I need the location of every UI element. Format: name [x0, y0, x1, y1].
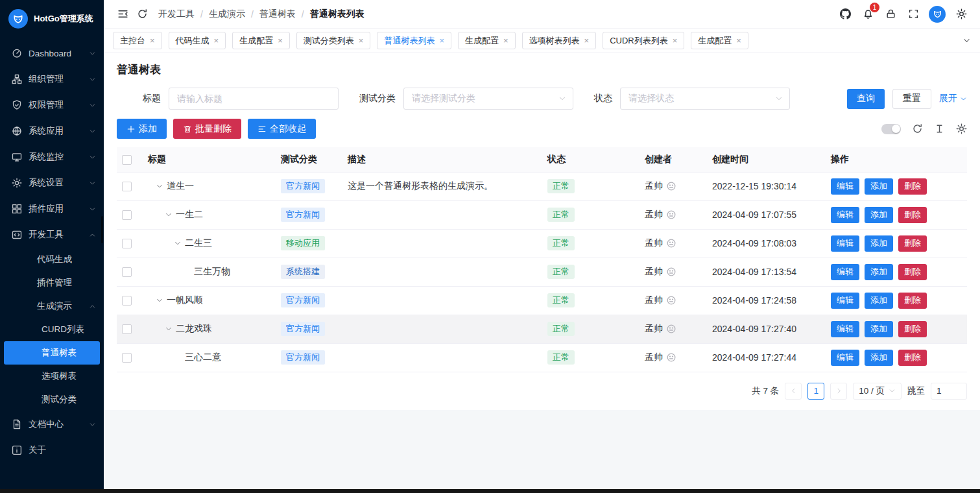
- github-icon[interactable]: [835, 5, 855, 24]
- row-add-button[interactable]: 添加: [865, 207, 893, 223]
- tab-close-icon[interactable]: ×: [359, 36, 364, 45]
- sidebar-item-文档中心[interactable]: 文档中心: [0, 411, 104, 437]
- logo[interactable]: HotGo管理系统: [0, 0, 104, 38]
- refresh-icon[interactable]: [132, 5, 152, 24]
- tab-生成配置[interactable]: 生成配置×: [232, 32, 290, 49]
- row-edit-button[interactable]: 编辑: [831, 235, 859, 252]
- row-checkbox[interactable]: [122, 296, 132, 306]
- search-button[interactable]: 查询: [847, 89, 885, 109]
- user-avatar[interactable]: [929, 6, 946, 23]
- breadcrumb-item[interactable]: 普通树表: [259, 8, 296, 20]
- row-delete-button[interactable]: 删除: [898, 235, 927, 252]
- sidebar-item-选项树表[interactable]: 选项树表: [0, 365, 104, 388]
- sidebar-item-组织管理[interactable]: 组织管理: [0, 66, 104, 92]
- row-delete-button[interactable]: 删除: [898, 350, 927, 366]
- tab-主控台[interactable]: 主控台×: [113, 32, 162, 49]
- page-number-button[interactable]: 1: [807, 383, 824, 400]
- row-edit-button[interactable]: 编辑: [831, 264, 859, 280]
- density-icon[interactable]: [934, 123, 945, 134]
- title-input[interactable]: [169, 88, 339, 110]
- row-checkbox[interactable]: [122, 267, 132, 277]
- sidebar-item-生成演示[interactable]: 生成演示: [0, 295, 104, 318]
- next-page-button[interactable]: [830, 383, 847, 400]
- tab-代码生成[interactable]: 代码生成×: [169, 32, 226, 49]
- row-checkbox[interactable]: [122, 324, 132, 334]
- expand-toggle-icon[interactable]: [165, 324, 176, 335]
- tab-close-icon[interactable]: ×: [278, 36, 283, 45]
- batch-delete-button[interactable]: 批量删除: [173, 119, 241, 139]
- row-edit-button[interactable]: 编辑: [831, 293, 859, 309]
- row-checkbox[interactable]: [122, 210, 132, 220]
- table-settings-gear-icon[interactable]: [956, 123, 967, 134]
- tab-close-icon[interactable]: ×: [214, 36, 219, 45]
- row-add-button[interactable]: 添加: [865, 293, 893, 309]
- table-toggle[interactable]: [881, 124, 901, 134]
- row-edit-button[interactable]: 编辑: [831, 178, 859, 195]
- sidebar-item-系统设置[interactable]: 系统设置: [0, 170, 104, 196]
- row-delete-button[interactable]: 删除: [898, 207, 927, 223]
- tabs-dropdown-chevron-icon[interactable]: [962, 36, 971, 45]
- lock-screen-icon[interactable]: [881, 5, 900, 24]
- collapse-all-button[interactable]: 全部收起: [248, 119, 316, 139]
- sidebar-scrollbar[interactable]: [101, 216, 103, 243]
- row-checkbox[interactable]: [122, 182, 132, 191]
- sidebar-item-插件管理[interactable]: 插件管理: [0, 271, 104, 295]
- row-checkbox[interactable]: [122, 353, 132, 363]
- sidebar-item-代码生成[interactable]: 代码生成: [0, 248, 104, 271]
- expand-toggle-icon[interactable]: [156, 295, 167, 306]
- sidebar-item-测试分类[interactable]: 测试分类: [0, 388, 104, 411]
- sidebar-item-开发工具[interactable]: 开发工具: [0, 222, 104, 248]
- page-size-select[interactable]: 10 / 页: [853, 383, 902, 400]
- expand-toggle-icon[interactable]: [156, 181, 167, 192]
- sidebar-item-权限管理[interactable]: 权限管理: [0, 92, 104, 118]
- breadcrumb-item[interactable]: 开发工具: [158, 8, 195, 20]
- row-delete-button[interactable]: 删除: [898, 178, 927, 195]
- row-delete-button[interactable]: 删除: [898, 321, 927, 337]
- menu-collapse-icon[interactable]: [113, 5, 132, 24]
- select-all-checkbox[interactable]: [122, 155, 132, 165]
- tab-生成配置[interactable]: 生成配置×: [691, 32, 748, 49]
- status-select[interactable]: 请选择状态: [620, 88, 790, 110]
- tab-close-icon[interactable]: ×: [584, 36, 590, 45]
- row-delete-button[interactable]: 删除: [898, 293, 927, 309]
- row-add-button[interactable]: 添加: [865, 321, 893, 337]
- row-add-button[interactable]: 添加: [865, 178, 893, 195]
- tab-close-icon[interactable]: ×: [150, 36, 155, 45]
- tab-close-icon[interactable]: ×: [503, 36, 508, 45]
- tab-close-icon[interactable]: ×: [736, 36, 741, 45]
- prev-page-button[interactable]: [785, 383, 802, 400]
- fullscreen-icon[interactable]: [903, 5, 923, 24]
- row-add-button[interactable]: 添加: [865, 235, 893, 252]
- tab-选项树表列表[interactable]: 选项树表列表×: [522, 32, 597, 49]
- table-refresh-icon[interactable]: [912, 123, 923, 134]
- sidebar-item-插件应用[interactable]: 插件应用: [0, 196, 104, 222]
- tab-close-icon[interactable]: ×: [673, 36, 678, 45]
- breadcrumb-item[interactable]: 生成演示: [209, 8, 245, 20]
- tab-CUDR列表列表[interactable]: CUDR列表列表×: [603, 32, 684, 49]
- expand-toggle-icon[interactable]: [174, 238, 185, 249]
- expand-toggle-icon[interactable]: [165, 210, 176, 221]
- expand-filters-toggle[interactable]: 展开: [939, 93, 967, 104]
- row-add-button[interactable]: 添加: [865, 264, 893, 280]
- sidebar-item-Dashboard[interactable]: Dashboard: [0, 40, 104, 66]
- row-checkbox[interactable]: [122, 239, 132, 248]
- tab-普通树表列表[interactable]: 普通树表列表×: [377, 32, 451, 49]
- row-delete-button[interactable]: 删除: [898, 264, 927, 280]
- reset-button[interactable]: 重置: [892, 89, 931, 109]
- jump-page-input[interactable]: [931, 383, 967, 400]
- row-edit-button[interactable]: 编辑: [831, 207, 859, 223]
- add-button[interactable]: 添加: [117, 119, 167, 139]
- sidebar-item-关于[interactable]: 关于: [0, 437, 104, 463]
- sidebar-item-普通树表[interactable]: 普通树表: [4, 341, 100, 365]
- sidebar-item-CURD列表[interactable]: CURD列表: [0, 318, 104, 341]
- tab-close-icon[interactable]: ×: [439, 36, 444, 45]
- row-edit-button[interactable]: 编辑: [831, 350, 859, 366]
- settings-gear-icon[interactable]: [951, 5, 971, 24]
- row-add-button[interactable]: 添加: [865, 350, 893, 366]
- notification-bell[interactable]: 1: [858, 5, 878, 24]
- sidebar-item-系统监控[interactable]: 系统监控: [0, 144, 104, 170]
- category-select[interactable]: 请选择测试分类: [403, 88, 573, 110]
- row-edit-button[interactable]: 编辑: [831, 321, 859, 337]
- tab-生成配置[interactable]: 生成配置×: [458, 32, 516, 49]
- tab-测试分类列表[interactable]: 测试分类列表×: [296, 32, 371, 49]
